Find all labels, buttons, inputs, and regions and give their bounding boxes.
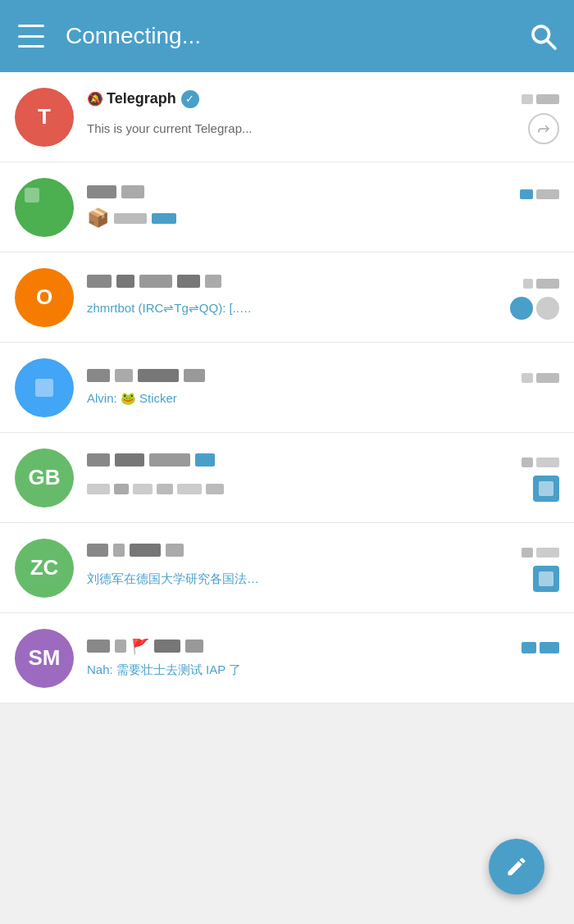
avatar-4: [15, 358, 74, 417]
avatar-7: SM: [15, 629, 74, 688]
unread-badge-3b: [536, 297, 559, 320]
chat-item-3[interactable]: O zhmrtbot (IRC⇌Tg⇌QQ): [..…: [0, 253, 574, 343]
mute-icon: 🔕: [87, 91, 103, 107]
avatar-6: ZC: [15, 539, 74, 598]
chat-time-telegraph: [522, 94, 559, 104]
avatar-2: [15, 178, 74, 237]
unread-badge-3: [510, 297, 533, 320]
chat-preview-7: Nah: 需要壮士去测试 IAP 了: [87, 662, 559, 678]
top-bar-title: Connecting...: [66, 23, 201, 49]
avatar-5: GB: [15, 448, 74, 508]
chat-item-7[interactable]: SM 🚩 Nah: 需要壮士去测试 IAP 了: [0, 613, 574, 703]
search-button[interactable]: [528, 21, 558, 51]
chat-header-5: [87, 453, 559, 471]
chat-preview-telegraph: This is your current Telegrap...: [87, 121, 252, 135]
svg-line-1: [547, 40, 555, 48]
top-bar-left: Connecting...: [16, 21, 201, 51]
chat-header-6: [87, 544, 559, 561]
hamburger-menu-button[interactable]: [16, 21, 46, 51]
chat-content-5: [87, 453, 559, 502]
chat-content-6: 刘德军在德国大学研究各国法…: [87, 544, 559, 592]
top-bar: Connecting...: [0, 0, 574, 72]
chat-item-6[interactable]: ZC 刘德军在德国大学研究各国法…: [0, 523, 574, 613]
chat-header-4: [87, 369, 559, 386]
chat-name-telegraph: Telegraph: [107, 90, 176, 107]
compose-fab[interactable]: [489, 839, 544, 894]
chat-item-5[interactable]: GB: [0, 433, 574, 523]
chat-item-telegraph[interactable]: T 🔕 Telegraph ✓ This is your current Tel…: [0, 72, 574, 162]
chat-content-2: 📦: [87, 185, 559, 229]
chat-list: T 🔕 Telegraph ✓ This is your current Tel…: [0, 72, 574, 703]
unread-icon-5: [533, 476, 559, 502]
chat-preview-4: Alvin: 🐸 Sticker: [87, 391, 559, 406]
chat-content-telegraph: 🔕 Telegraph ✓ This is your current Teleg…: [87, 90, 559, 144]
preview-blur-2: [114, 213, 147, 224]
chat-header-2: [87, 185, 559, 203]
avatar-3: O: [15, 268, 74, 327]
chat-preview-6: 刘德军在德国大学研究各国法…: [87, 571, 533, 587]
chat-item-2[interactable]: 📦: [0, 162, 574, 253]
chat-header-3: [87, 275, 559, 292]
chat-preview-3: zhmrtbot (IRC⇌Tg⇌QQ): [..…: [87, 301, 252, 316]
chat-content-4: Alvin: 🐸 Sticker: [87, 369, 559, 406]
emoji-box: 📦: [87, 207, 109, 229]
chat-header-7: 🚩: [87, 639, 559, 658]
chat-header-telegraph: 🔕 Telegraph ✓: [87, 90, 559, 108]
avatar-telegraph: T: [15, 88, 74, 147]
unread-icon-6: [533, 566, 559, 592]
chat-time-2: [520, 189, 559, 199]
chat-content-3: zhmrtbot (IRC⇌Tg⇌QQ): [..…: [87, 275, 559, 320]
chat-content-7: 🚩 Nah: 需要壮士去测试 IAP 了: [87, 639, 559, 678]
forward-button-telegraph[interactable]: [528, 113, 559, 144]
verified-badge: ✓: [181, 90, 199, 108]
chat-item-4[interactable]: Alvin: 🐸 Sticker: [0, 343, 574, 433]
